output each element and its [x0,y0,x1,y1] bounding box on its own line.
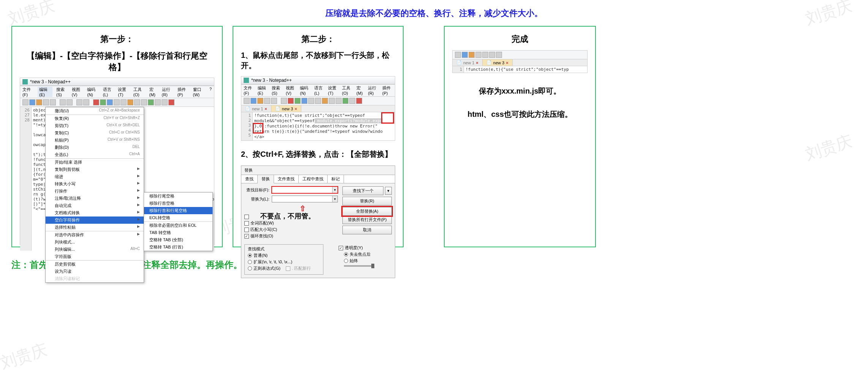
match-case-checkbox[interactable] [244,228,249,232]
submenu-item[interactable]: 移除行尾空格 [144,193,212,200]
tab-new3[interactable]: 📄new 3× [271,105,301,112]
menu-item[interactable]: 对选中内容操作 [46,231,144,239]
menu-item[interactable]: 全选(L)Ctrl+A [46,151,144,158]
menu-item[interactable]: 语言(L) [103,87,114,97]
toolbar-icon[interactable] [257,98,263,104]
menu-item[interactable]: 搜索(S) [56,87,68,97]
code-area[interactable]: !function(e,t){"use strict";"object"==ty… [464,66,587,73]
toolbar-icon[interactable] [356,98,362,104]
dialog-tab[interactable]: 工程中查找 [299,175,328,183]
toolbar-icon[interactable] [244,98,250,104]
submenu-item[interactable]: 移除行首和行尾空格 [144,207,212,214]
code-area[interactable]: !function(e,t){"use strict";"object"==ty… [253,112,395,140]
menu-item[interactable]: 列块模式... [46,239,144,246]
menu-item[interactable]: 字符面版 [46,253,144,260]
menu-item[interactable]: 窗口(W) [193,87,206,97]
dialog-tab[interactable]: 查找 [241,175,258,183]
cancel-button[interactable]: 取消 [342,226,392,234]
editor-tabs[interactable]: 📄new 1× 📄new 3× [241,105,395,112]
menu-item[interactable]: 视图(V) [72,87,84,97]
submenu-item[interactable]: TAB 转空格 [144,229,212,236]
toolbar-icon[interactable] [271,98,277,104]
toolbar-icon[interactable] [281,98,287,104]
toolbar-icon[interactable] [264,98,270,104]
toolbar-icon[interactable] [50,99,56,105]
menu-item[interactable]: 粘贴(P)Ctrl+V or Shift+INS [46,137,144,144]
toolbar-icon[interactable] [455,52,461,58]
dropdown-arrow-icon[interactable]: ▾ [332,196,337,202]
dialog-tab[interactable]: 文件查找 [274,175,299,183]
menu-item[interactable]: 搜索(S) [272,85,282,96]
backward-checkbox[interactable] [244,215,249,219]
toolbar-icon[interactable] [322,98,328,104]
toolbar-icon[interactable] [36,99,42,105]
transparency-checkbox[interactable]: ✓ [339,246,343,250]
menu-item[interactable]: 缩进 [46,173,144,180]
menubar[interactable]: 文件(F)编辑(E)搜索(S)视图(V)编码(N)语言(L)设置(T)工具(O)… [241,84,395,97]
tab-new3[interactable]: 📄new 3× [483,59,513,66]
menu-item[interactable]: 编辑(E) [38,87,52,97]
menu-item[interactable]: 运行(R) [162,87,174,97]
menu-item[interactable]: 撤消(U)Ctrl+Z or Alt+Backspace [46,107,144,115]
toolbar-icon[interactable] [155,99,161,105]
submenu-item[interactable]: EOL转空格 [144,214,212,221]
wrap-checkbox[interactable]: ✓ [244,234,249,239]
toolbar-icon[interactable] [295,98,301,104]
menu-item[interactable]: 宏(M) [149,87,158,97]
menu-item[interactable]: 编码(N) [300,85,310,96]
menu-item[interactable]: 文件(F) [22,87,34,97]
menu-item[interactable]: 复制到剪切板 [46,166,144,173]
transparency-slider[interactable] [344,265,374,267]
menu-item[interactable]: 选择性粘贴 [46,224,144,231]
menu-item[interactable]: 设置(T) [118,87,129,97]
toolbar-icon[interactable] [83,99,89,105]
menu-item[interactable]: 插件(P) [177,87,189,97]
toolbar-icon[interactable] [148,99,154,105]
toolbar-icon[interactable] [489,52,495,58]
mode-regex-radio[interactable] [248,266,252,271]
toolbar-icon[interactable] [141,99,147,105]
toolbar-icon[interactable] [93,99,99,105]
menu-item[interactable]: 自动完成 [46,202,144,209]
toolbar-icon[interactable] [349,98,355,104]
toolbar-icon[interactable] [100,99,106,105]
menu-item[interactable]: 删除(D)DEL [46,144,144,151]
toolbar-icon[interactable] [301,98,307,104]
toolbar-icon[interactable] [336,98,342,104]
submenu-item[interactable]: 移除非必需的空白和 EOL [144,221,212,229]
menu-item[interactable]: 编辑(E) [258,85,268,96]
menu-item[interactable]: 恢复(R)Ctrl+Y or Ctrl+Shift+Z [46,115,144,122]
toolbar-icon[interactable] [134,99,140,105]
toolbar-icon[interactable] [308,98,314,104]
menu-item[interactable]: 剪切(T)Ctrl+X or Shift+DEL [46,122,144,129]
menu-item[interactable]: 文件(F) [244,85,254,96]
whitespace-submenu[interactable]: 移除行尾空格移除行首空格移除行首和行尾空格EOL转空格移除非必需的空白和 EOL… [144,192,213,251]
toolbar-icon[interactable] [315,98,321,104]
toolbar-icon[interactable] [250,98,257,104]
mode-normal-radio[interactable] [248,253,252,258]
dialog-tab[interactable]: 替换 [258,175,274,183]
toolbar-icon[interactable] [114,99,120,105]
menu-item[interactable]: 插件(P) [382,85,393,96]
menu-item[interactable]: 清除只读标记 [46,275,144,282]
dialog-tab[interactable]: 标记 [328,175,344,183]
toolbar-icon[interactable] [496,52,502,58]
toolbar-icon[interactable] [482,52,488,58]
submenu-item[interactable]: 移除行首空格 [144,200,212,207]
toolbar[interactable] [20,98,214,107]
toolbar-icon[interactable] [462,52,468,58]
replace-button[interactable]: 替换(R) [342,197,392,205]
toolbar[interactable] [241,97,395,105]
menu-item[interactable]: 设为只读 [46,268,144,275]
edit-menu-dropdown[interactable]: 撤消(U)Ctrl+Z or Alt+Backspace恢复(R)Ctrl+Y … [45,107,144,283]
find-next-button[interactable]: 查找下一个 [342,186,383,195]
menu-item[interactable]: 转换大小写 [46,180,144,188]
menu-item[interactable]: 文档格式转换 [46,209,144,216]
toolbar-icon[interactable] [469,52,475,58]
toolbar-icon[interactable] [22,99,29,105]
menu-item[interactable]: 行操作 [46,188,144,195]
toolbar-icon[interactable] [329,98,335,104]
whole-word-checkbox[interactable] [244,221,249,226]
menu-item[interactable]: 语言(L) [314,85,324,96]
menu-item[interactable]: 编码(N) [87,87,99,97]
